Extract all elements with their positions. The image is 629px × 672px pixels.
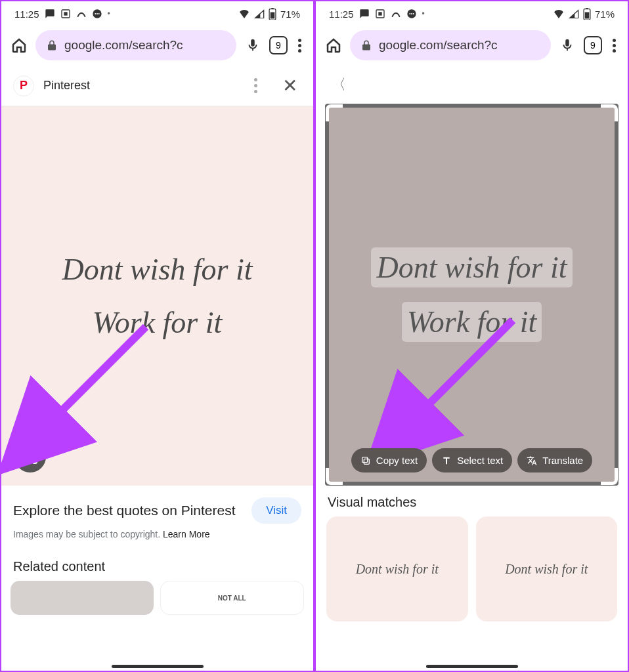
translate-button[interactable]: Translate — [517, 448, 592, 472]
url-text: google.com/search?c — [64, 38, 183, 52]
mic-icon[interactable] — [559, 37, 576, 54]
status-bar: 11:25 • 71% — [1, 1, 313, 25]
svg-line-10 — [47, 327, 146, 425]
svg-rect-22 — [362, 457, 367, 462]
svg-rect-1 — [64, 12, 67, 15]
signal-icon — [254, 9, 265, 18]
select-text-button[interactable]: Select text — [432, 448, 512, 472]
visual-matches-heading: Visual matches — [316, 486, 628, 516]
status-bar: 11:25 • 71% — [316, 1, 628, 25]
image-preview[interactable]: Dont wish for it Work for it — [1, 106, 313, 486]
screenshot-icon — [60, 9, 71, 19]
crop-corner-tr[interactable] — [601, 104, 618, 121]
related-content-heading: Related content — [1, 550, 313, 581]
crop-corner-tl[interactable] — [326, 104, 343, 121]
svg-point-9 — [28, 454, 33, 460]
battery-percent: 71% — [595, 9, 615, 20]
learn-more-link[interactable]: Learn More — [163, 529, 210, 539]
related-thumb[interactable]: NOT ALL — [160, 581, 305, 615]
chat-icon — [406, 9, 417, 19]
copy-icon — [360, 455, 371, 466]
browser-toolbar: google.com/search?c 9 — [1, 25, 313, 66]
menu-icon[interactable] — [295, 36, 304, 55]
clock-time: 11:25 — [329, 9, 354, 20]
visit-button[interactable]: Visit — [251, 497, 301, 524]
mic-icon[interactable] — [244, 37, 261, 54]
airtel-icon — [391, 9, 401, 19]
svg-rect-8 — [271, 12, 275, 19]
svg-rect-21 — [364, 459, 369, 464]
url-bar[interactable]: google.com/search?c — [35, 30, 236, 60]
info-row: Explore the best quotes on Pinterest Vis… — [1, 486, 313, 529]
source-name[interactable]: Pinterest — [43, 79, 245, 93]
translate-icon — [527, 455, 537, 466]
battery-icon — [269, 8, 276, 20]
dot-icon: • — [108, 9, 110, 18]
menu-icon[interactable] — [610, 36, 618, 55]
home-icon[interactable] — [325, 37, 342, 54]
tab-count[interactable]: 9 — [269, 36, 288, 54]
back-header: 〈 — [316, 66, 628, 104]
related-thumb[interactable] — [11, 581, 154, 615]
chat-icon — [92, 9, 102, 19]
options-icon[interactable] — [254, 78, 257, 93]
related-thumbs: NOT ALL — [1, 581, 313, 619]
nav-handle[interactable] — [426, 665, 518, 668]
back-icon[interactable]: 〈 — [328, 75, 350, 94]
svg-rect-12 — [378, 12, 381, 15]
close-icon[interactable]: ✕ — [278, 75, 301, 96]
svg-point-3 — [95, 13, 96, 14]
quote-line-2: Work for it — [93, 305, 223, 340]
quote-line-1: Dont wish for it — [62, 252, 252, 287]
visual-match-thumb[interactable]: Dont wish for it — [326, 516, 468, 621]
lock-icon — [46, 39, 58, 51]
dot-icon: • — [422, 9, 425, 18]
pinterest-logo-icon: P — [13, 75, 34, 96]
tab-count[interactable]: 9 — [584, 36, 602, 54]
visual-match-thumb[interactable]: Dont wish for it — [476, 516, 618, 621]
highlighted-text-2[interactable]: Work for it — [402, 302, 542, 342]
browser-toolbar: google.com/search?c 9 — [316, 25, 628, 66]
image-title: Explore the best quotes on Pinterest — [13, 501, 244, 519]
screenshot-icon — [375, 9, 385, 19]
clock-time: 11:25 — [14, 9, 39, 20]
copy-text-button[interactable]: Copy text — [351, 448, 427, 472]
highlighted-text-1[interactable]: Dont wish for it — [371, 247, 572, 287]
svg-point-15 — [411, 13, 412, 14]
google-lens-button[interactable] — [14, 441, 46, 472]
visual-matches-row: Dont wish for it Dont wish for it — [316, 516, 628, 628]
lens-action-bar: Copy text Select text Translate — [329, 448, 615, 472]
wifi-icon — [553, 9, 565, 18]
url-bar[interactable]: google.com/search?c — [350, 30, 551, 60]
lock-icon — [360, 39, 372, 51]
copyright-notice: Images may be subject to copyright. Lear… — [1, 529, 313, 550]
annotation-arrow — [28, 320, 159, 454]
svg-point-5 — [98, 13, 99, 14]
battery-icon — [583, 8, 591, 20]
svg-point-4 — [97, 13, 98, 14]
url-text: google.com/search?c — [379, 38, 498, 52]
source-header: P Pinterest ✕ — [1, 66, 313, 106]
signal-icon — [569, 9, 579, 18]
svg-point-16 — [412, 13, 414, 14]
text-icon — [441, 455, 452, 466]
wifi-icon — [238, 9, 250, 18]
svg-rect-18 — [586, 8, 588, 9]
svg-rect-19 — [585, 12, 590, 19]
svg-rect-7 — [271, 8, 273, 9]
message-icon — [359, 9, 370, 19]
lens-crop-area[interactable]: Dont wish for it Work for it Copy text S… — [325, 104, 618, 486]
battery-percent: 71% — [280, 9, 300, 20]
airtel-icon — [76, 9, 87, 19]
message-icon — [45, 9, 55, 19]
nav-handle[interactable] — [112, 665, 204, 668]
home-icon[interactable] — [11, 37, 28, 54]
svg-point-14 — [409, 13, 410, 14]
